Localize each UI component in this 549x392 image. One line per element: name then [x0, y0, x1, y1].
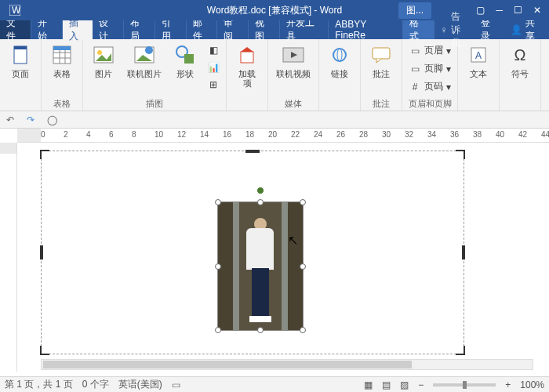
header-button[interactable]: ▭页眉▾ [407, 42, 453, 59]
group-comments: 批注 批注 [361, 39, 402, 111]
pagenum-icon: # [409, 81, 421, 93]
lightbulb-icon: ♀ [441, 24, 448, 35]
ribbon-tabs: 文件 开始 插入 设计 布局 引用 邮件 审阅 视图 开发工具 ABBYY Fi… [0, 20, 549, 39]
dropdown-icon: ▾ [446, 64, 451, 74]
inserted-image[interactable] [217, 201, 304, 331]
omega-icon: Ω [507, 42, 533, 67]
horizontal-scrollbar[interactable] [41, 359, 533, 370]
group-symbols: Ω符号 [500, 39, 541, 111]
pagenumber-button[interactable]: #页码▾ [407, 78, 453, 95]
smartart-button[interactable]: ◧ [205, 42, 221, 58]
word-icon: W [9, 5, 20, 16]
tab-mailings[interactable]: 邮件 [187, 20, 218, 39]
user-icon[interactable]: ▢ [476, 5, 485, 16]
tab-design[interactable]: 设计 [93, 20, 124, 39]
frame-handle[interactable] [462, 245, 465, 260]
close-icon[interactable]: ✕ [533, 5, 541, 16]
resize-handle[interactable] [300, 199, 306, 205]
comment-button[interactable]: 批注 [364, 41, 398, 80]
table-button[interactable]: 表格 [45, 41, 79, 80]
svg-rect-16 [241, 52, 253, 63]
word-count[interactable]: 0 个字 [82, 378, 109, 391]
header-icon: ▭ [409, 45, 421, 57]
scrollbar-thumb[interactable] [43, 361, 412, 368]
view-web-icon[interactable]: ▨ [400, 379, 409, 390]
tab-developer[interactable]: 开发工具 [280, 20, 329, 39]
tab-abbyy[interactable]: ABBYY FineRe [329, 20, 403, 39]
frame-handle[interactable] [245, 150, 260, 153]
chart-button[interactable]: 📊 [205, 60, 221, 75]
language-indicator[interactable]: 英语(美国) [118, 378, 162, 391]
tab-review[interactable]: 审阅 [217, 20, 249, 39]
svg-rect-15 [184, 54, 194, 64]
frame-corner [40, 150, 49, 159]
group-text: A文本 [458, 39, 500, 111]
view-print-icon[interactable]: ▦ [364, 379, 373, 390]
svg-rect-9 [53, 46, 71, 50]
view-read-icon[interactable]: ▤ [382, 379, 391, 390]
login-button[interactable]: 登录 [474, 20, 505, 39]
footer-button[interactable]: ▭页脚▾ [407, 60, 453, 77]
rotation-handle[interactable] [256, 187, 264, 194]
frame-corner [456, 150, 465, 159]
addins-button[interactable]: 加载 项 [230, 41, 264, 89]
store-icon [235, 42, 260, 67]
quick-actions-bar: ↶ ↷ ◯ [0, 111, 549, 129]
shapes-button[interactable]: 形状 [168, 41, 202, 80]
frame-handle[interactable] [40, 245, 43, 260]
resize-handle[interactable] [300, 263, 306, 270]
dropdown-icon: ▾ [446, 82, 451, 93]
resize-handle[interactable] [257, 327, 264, 333]
resize-handle[interactable] [257, 199, 264, 205]
tab-insert[interactable]: 插入 [63, 20, 93, 39]
resize-handle[interactable] [215, 199, 221, 205]
textbox-icon: A [466, 42, 491, 67]
online-pictures-button[interactable]: 联机图片 [122, 41, 166, 80]
group-media: 联机视频 媒体 [268, 39, 319, 111]
frame-corner [40, 346, 49, 355]
redo-icon[interactable]: ↷ [27, 114, 35, 125]
share-button[interactable]: 👤共享 [504, 20, 549, 39]
links-button[interactable]: 链接 [322, 41, 357, 80]
svg-rect-21 [373, 48, 390, 59]
contextual-tab-label[interactable]: 图... [398, 2, 431, 19]
undo-icon[interactable]: ↶ [6, 114, 14, 125]
repeat-icon[interactable]: ◯ [47, 114, 57, 125]
svg-point-19 [333, 49, 346, 61]
document-canvas[interactable]: ↖ [17, 143, 549, 372]
smartart-icon: ◧ [207, 44, 220, 56]
online-video-button[interactable]: 联机视频 [271, 41, 315, 80]
resize-handle[interactable] [215, 263, 221, 270]
symbol-button[interactable]: Ω符号 [503, 41, 537, 80]
resize-handle[interactable] [215, 327, 221, 333]
page-indicator[interactable]: 第 1 页，共 1 页 [5, 378, 73, 391]
zoom-slider[interactable] [433, 383, 496, 387]
window-controls: ▢ ─ ☐ ✕ [468, 5, 549, 16]
resize-handle[interactable] [300, 327, 306, 333]
minimize-icon[interactable]: ─ [496, 5, 503, 16]
horizontal-ruler[interactable]: 0246810121416182022242628303234363840424… [17, 129, 549, 143]
zoom-level[interactable]: 100% [520, 379, 544, 390]
zoom-in-icon[interactable]: + [505, 379, 511, 390]
tell-me[interactable]: ♀告诉我... [434, 20, 474, 39]
tab-format[interactable]: 格式 [403, 20, 434, 39]
tab-view[interactable]: 视图 [249, 20, 280, 39]
tab-home[interactable]: 开始 [31, 20, 63, 39]
tab-layout[interactable]: 布局 [124, 20, 155, 39]
online-image-icon [132, 42, 157, 67]
vertical-ruler[interactable] [0, 143, 17, 372]
zoom-out-icon[interactable]: − [418, 379, 424, 390]
group-addins: 加载 项 [227, 39, 268, 111]
tab-references[interactable]: 引用 [155, 20, 187, 39]
tab-file[interactable]: 文件 [0, 20, 31, 39]
pages-button[interactable]: 页面 [3, 41, 38, 80]
group-links: 链接 [319, 39, 361, 111]
maximize-icon[interactable]: ☐ [514, 5, 522, 16]
group-tables: 表格 表格 [42, 39, 83, 111]
pictures-button[interactable]: 图片 [86, 41, 121, 80]
macro-icon[interactable]: ▭ [172, 379, 180, 390]
svg-text:A: A [475, 50, 482, 61]
screenshot-button[interactable]: ⊞ [205, 77, 221, 93]
group-header-footer: ▭页眉▾ ▭页脚▾ #页码▾ 页眉和页脚 [402, 39, 458, 111]
shapes-icon [173, 42, 198, 67]
